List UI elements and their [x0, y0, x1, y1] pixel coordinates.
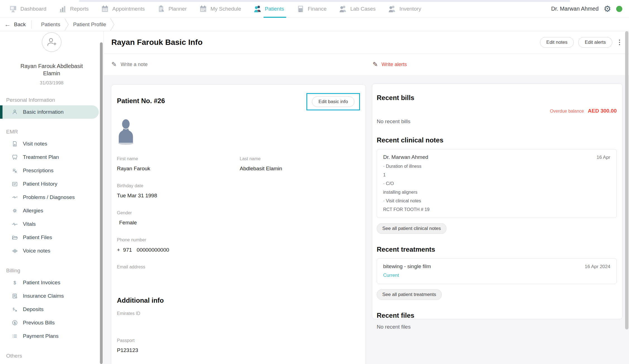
field-value: Abdlebasit Elamin: [240, 166, 360, 172]
tab-lab-cases[interactable]: Lab Cases: [333, 0, 382, 18]
sidebar-patient-dob: 31/03/1998: [0, 80, 103, 86]
page-title: Rayan Farouk Basic Info: [111, 38, 203, 47]
sidebar-item-voice-notes[interactable]: Voice notes: [0, 244, 103, 258]
phone-plus: +: [117, 247, 120, 253]
chevron-right-icon: [110, 18, 115, 31]
recent-treatments-title: Recent treatments: [377, 246, 617, 253]
see-all-treatments-button[interactable]: See all patient treatments: [377, 289, 442, 300]
sidebar-item-visit-notes[interactable]: Visit notes: [0, 137, 103, 151]
svg-text:$: $: [14, 321, 16, 325]
more-options-kebab-icon[interactable]: [617, 38, 622, 47]
patients-icon: ♥: [253, 5, 262, 13]
treatment-card[interactable]: bitewing - single film 16 Apr 2024 Curre…: [377, 258, 617, 284]
phone-country-code: 971: [123, 247, 132, 253]
sidebar-item-vitals[interactable]: Vitals: [0, 217, 103, 231]
write-note-button[interactable]: ✎ Write a note: [111, 61, 148, 68]
tab-reports[interactable]: Reports: [52, 0, 95, 18]
field-value: Female: [117, 220, 240, 226]
rx-icon: R: [12, 168, 18, 174]
sidebar-item-label: Allergies: [23, 208, 43, 214]
sidebar-item-label: Patient Invoices: [23, 280, 60, 286]
field-value: P123123: [117, 347, 240, 354]
sidebar-item-label: Payment Plans: [23, 333, 59, 339]
waveform-icon: [12, 248, 18, 254]
reports-icon: [59, 5, 67, 13]
chevron-right-icon: [64, 18, 69, 31]
write-alerts-button[interactable]: ✎ Write alerts: [373, 61, 407, 68]
dollar-icon: $: [12, 280, 18, 286]
breadcrumb-patient-profile[interactable]: Patient Profile: [69, 21, 110, 28]
field-birthday: Birthday date Tue Mar 31 1998: [117, 183, 240, 210]
sidebar-item-patient-history[interactable]: Patient History: [0, 177, 103, 191]
section-title-billing: Billing: [6, 268, 103, 274]
patient-avatar-add[interactable]: [42, 32, 61, 52]
sidebar-item-patient-invoices[interactable]: $ Patient Invoices: [0, 276, 103, 289]
field-last-name: Last name Abdlebasit Elamin: [240, 156, 360, 183]
write-note-label: Write a note: [121, 62, 148, 67]
see-all-clinical-notes-button[interactable]: See all patient clinical notes: [377, 223, 446, 234]
field-value: Rayan Farouk: [117, 166, 240, 172]
field-label: Phone number: [117, 237, 240, 242]
tab-planner[interactable]: Planner: [151, 0, 193, 18]
tab-label: Finance: [308, 6, 327, 12]
folder-icon: [12, 234, 18, 241]
tab-finance[interactable]: Finance: [290, 0, 333, 18]
sidebar-item-label: Visit notes: [23, 141, 47, 147]
back-label: Back: [14, 21, 26, 28]
clinical-note-line: installing aligners: [383, 190, 610, 195]
lab-cases-icon: [339, 5, 347, 13]
sidebar-item-deposits[interactable]: $ Deposits: [0, 303, 103, 316]
patient-photo-placeholder: [117, 118, 135, 145]
sidebar-item-patient-reports[interactable]: Patient reports: [0, 361, 103, 364]
settings-gear-icon[interactable]: ⚙: [604, 5, 611, 13]
recent-activity-panel: Recent bills Overdue balance AED 300.00 …: [372, 84, 623, 319]
back-button[interactable]: ← Back: [0, 21, 26, 28]
recent-bills-title: Recent bills: [377, 94, 617, 102]
sidebar-item-insurance-claims[interactable]: Insurance Claims: [0, 289, 103, 303]
sidebar-item-prescriptions[interactable]: R Prescriptions: [0, 164, 103, 177]
sidebar-item-problems-diagnoses[interactable]: Problems / Diagnoses: [0, 191, 103, 204]
field-phone: Phone number + 971 00000000000: [117, 237, 240, 264]
clinical-note-line: 1: [383, 173, 610, 178]
sidebar-scrollbar[interactable]: [100, 42, 103, 364]
recent-clinical-notes-title: Recent clinical notes: [377, 136, 617, 144]
sidebar-item-payment-plans[interactable]: Payment Plans: [0, 329, 103, 343]
tab-my-schedule[interactable]: My Schedule: [193, 0, 247, 18]
edit-basic-info-focus-ring: Edit basic info: [306, 93, 360, 110]
clinical-note-line: · C/O: [383, 181, 610, 186]
page-scrollbar[interactable]: [625, 31, 628, 329]
tab-inventory[interactable]: Inventory: [382, 0, 427, 18]
pencil-icon: ✎: [373, 61, 378, 68]
patient-sidebar: Rayan Farouk Abdlebasit Elamin 31/03/199…: [0, 31, 104, 364]
sidebar-item-previous-bills[interactable]: $ Previous Bills: [0, 316, 103, 329]
field-value: + 971 00000000000: [117, 247, 240, 253]
overdue-balance-label: Overdue balance: [550, 109, 584, 114]
sidebar-item-label: Vitals: [23, 221, 36, 227]
sidebar-item-patient-files[interactable]: Patient Files: [0, 231, 103, 244]
edit-basic-info-button[interactable]: Edit basic info: [312, 96, 354, 107]
sidebar-item-basic-information[interactable]: Basic information: [0, 105, 99, 119]
clinical-note-card[interactable]: Dr. Marwan Ahmed 16 Apr · Duration of il…: [377, 149, 617, 218]
tab-label: Reports: [70, 6, 89, 12]
field-gender: Gender Female: [117, 210, 240, 237]
edit-notes-button[interactable]: Edit notes: [540, 37, 574, 48]
tab-appointments[interactable]: Appointments: [95, 0, 151, 18]
edit-alerts-button[interactable]: Edit alerts: [578, 37, 612, 48]
breadcrumb-patients[interactable]: Patients: [37, 21, 64, 28]
sidebar-item-label: Treatment Plan: [23, 154, 59, 160]
sidebar-item-allergies[interactable]: Allergies: [0, 204, 103, 217]
section-title-others: Others: [6, 353, 103, 359]
sidebar-item-label: Problems / Diagnoses: [23, 194, 75, 200]
tab-patients[interactable]: ♥ Patients: [247, 0, 290, 18]
section-title-emr: EMR: [6, 129, 103, 135]
treatment-date: 16 Apr 2024: [585, 264, 610, 270]
tab-label: Lab Cases: [350, 6, 376, 12]
document-icon: [12, 141, 18, 147]
main-content: Rayan Farouk Basic Info Edit notes Edit …: [104, 31, 629, 364]
page-header: Rayan Farouk Basic Info Edit notes Edit …: [104, 31, 629, 54]
sidebar-item-treatment-plan[interactable]: Treatment Plan: [0, 151, 103, 164]
patient-basic-info-card: Patient No. #26 Edit basic info First na…: [111, 84, 366, 364]
clinical-note-date: 16 Apr: [597, 155, 610, 160]
tab-dashboard[interactable]: Dashboard: [3, 0, 52, 18]
back-arrow-icon: ←: [4, 21, 11, 28]
